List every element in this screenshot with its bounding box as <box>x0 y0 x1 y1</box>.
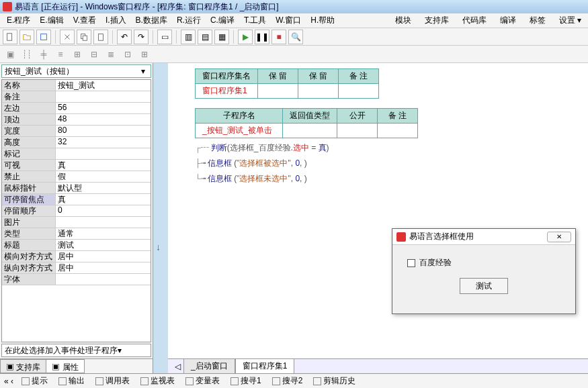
prop-row[interactable]: 可视真 <box>2 160 151 171</box>
prop-row[interactable]: 字体 <box>2 274 151 285</box>
prop-row[interactable]: 类型通常 <box>2 228 151 240</box>
prop-val[interactable]: 通常 <box>56 228 151 239</box>
checkbox-baidu[interactable]: 百度经验 <box>407 257 560 269</box>
save-icon[interactable] <box>36 30 51 44</box>
prop-row[interactable]: 鼠标指针默认型 <box>2 183 151 194</box>
code-editor[interactable]: 窗口程序集名保 留保 留备 注 窗口程序集1 子程序名返回值类型公开备 注 _按… <box>168 63 588 373</box>
stop-icon[interactable]: ■ <box>271 30 286 44</box>
prop-row[interactable]: 左边56 <box>2 103 151 114</box>
prop-val[interactable]: 居中 <box>56 262 151 273</box>
redo-icon[interactable]: ↷ <box>134 30 149 44</box>
split-h-icon[interactable]: ▥ <box>181 30 196 44</box>
menu-window[interactable]: W.窗口 <box>271 13 305 28</box>
prop-row[interactable]: 备注 <box>2 91 151 103</box>
sb-calltable[interactable]: 调用表 <box>93 375 132 387</box>
event-combo[interactable]: 在此处选择加入事件处理子程序 ▾ <box>1 344 151 357</box>
tab-startup[interactable]: _启动窗口 <box>183 358 235 373</box>
prop-val[interactable]: 按钮_测试 <box>56 80 151 91</box>
t2-4[interactable]: ≡ <box>53 47 68 62</box>
grid-icon[interactable]: ▦ <box>214 30 229 44</box>
prop-val[interactable] <box>56 148 151 159</box>
tab-assembly1[interactable]: 窗口程序集1 <box>235 358 295 373</box>
undo-icon[interactable]: ↶ <box>117 30 132 44</box>
t2-5[interactable]: ⊞ <box>70 47 85 62</box>
menu-program[interactable]: E.程序 <box>3 13 34 28</box>
sb-search2[interactable]: 搜寻2 <box>269 375 306 387</box>
prop-val[interactable]: 居中 <box>56 251 151 262</box>
object-combo[interactable]: 按钮_测试（按钮） ▾ <box>1 64 151 78</box>
prop-row[interactable]: 宽度80 <box>2 126 151 137</box>
prop-row[interactable]: 可停留焦点真 <box>2 194 151 205</box>
sb-tip[interactable]: 提示 <box>19 375 50 387</box>
pause-icon[interactable]: ❚❚ <box>255 30 269 44</box>
menu-help[interactable]: H.帮助 <box>306 13 339 28</box>
prop-val[interactable] <box>56 274 151 285</box>
select-icon[interactable]: ▭ <box>157 30 172 44</box>
t2-2[interactable]: ┊┊ <box>19 47 34 62</box>
prop-row[interactable]: 高度32 <box>2 137 151 148</box>
menu-support[interactable]: 支持库 <box>421 13 453 28</box>
menu-build[interactable]: 编译 <box>496 13 520 28</box>
menu-tools[interactable]: T.工具 <box>240 13 270 28</box>
copy-icon[interactable] <box>77 30 91 44</box>
property-grid[interactable]: 名称按钮_测试备注左边56顶边48宽度80高度32标记可视真禁止假鼠标指针默认型… <box>1 79 151 342</box>
new-icon[interactable] <box>3 30 17 44</box>
menu-edit[interactable]: E.编辑 <box>36 13 67 28</box>
menu-module[interactable]: 模块 <box>391 13 415 28</box>
sb-clip[interactable]: 剪辑历史 <box>310 375 358 387</box>
dialog-titlebar[interactable]: 易语言选择框使用 ✕ <box>392 229 575 245</box>
t2-6[interactable]: ⊟ <box>87 47 101 62</box>
prop-val[interactable]: 80 <box>56 126 151 136</box>
t2-7[interactable]: ≣ <box>103 47 118 62</box>
paste-icon[interactable] <box>93 30 108 44</box>
menu-view[interactable]: V.查看 <box>69 13 100 28</box>
prop-row[interactable]: 图片 <box>2 217 151 228</box>
menu-compile[interactable]: C.编译 <box>206 13 239 28</box>
prop-row[interactable]: 禁止假 <box>2 171 151 183</box>
sb-watch[interactable]: 监视表 <box>138 375 177 387</box>
menu-settings[interactable]: 设置 ▾ <box>555 13 585 28</box>
tabs-left-icon[interactable]: ◁ <box>172 362 183 371</box>
close-icon[interactable]: ✕ <box>547 232 571 242</box>
sb-nav-left[interactable]: « ‹ <box>4 377 13 386</box>
prop-row[interactable]: 标题测试 <box>2 240 151 251</box>
prop-row[interactable]: 纵向对齐方式居中 <box>2 262 151 274</box>
find-icon[interactable]: 🔍 <box>288 30 303 44</box>
prop-val[interactable]: 真 <box>56 160 151 171</box>
prop-val[interactable]: 0 <box>56 205 151 216</box>
t2-9[interactable]: ⊞ <box>137 47 152 62</box>
menu-insert[interactable]: I.插入 <box>101 13 130 28</box>
prop-val[interactable]: 真 <box>56 194 151 205</box>
prop-val[interactable]: 48 <box>56 114 151 125</box>
sb-output[interactable]: 输出 <box>56 375 87 387</box>
open-icon[interactable] <box>19 30 34 44</box>
t2-1[interactable]: ▣ <box>3 47 17 62</box>
prop-val[interactable]: 56 <box>56 103 151 113</box>
prop-row[interactable]: 顶边48 <box>2 114 151 126</box>
prop-key: 可停留焦点 <box>2 194 56 205</box>
run-icon[interactable]: ▶ <box>238 30 253 44</box>
prop-row[interactable]: 横向对齐方式居中 <box>2 251 151 262</box>
prop-val[interactable]: 假 <box>56 171 151 182</box>
prop-row[interactable]: 停留顺序0 <box>2 205 151 217</box>
menu-run[interactable]: R.运行 <box>173 13 205 28</box>
prop-val[interactable]: 32 <box>56 137 151 148</box>
menu-tags[interactable]: 标签 <box>526 13 550 28</box>
sb-vars[interactable]: 变量表 <box>183 375 222 387</box>
menu-codelib[interactable]: 代码库 <box>458 13 491 28</box>
cut-icon[interactable] <box>60 30 75 44</box>
test-button[interactable]: 测试 <box>460 278 508 294</box>
menu-database[interactable]: B.数据库 <box>132 13 171 28</box>
prop-val[interactable] <box>56 91 151 102</box>
tab-properties[interactable]: ▣ 属性 <box>46 359 84 373</box>
prop-row[interactable]: 标记 <box>2 148 151 160</box>
prop-val[interactable]: 默认型 <box>56 183 151 193</box>
t2-3[interactable]: ╪ <box>36 47 51 62</box>
prop-val[interactable]: 测试 <box>56 240 151 250</box>
split-v-icon[interactable]: ▤ <box>198 30 212 44</box>
prop-val[interactable] <box>56 217 151 228</box>
sb-search1[interactable]: 搜寻1 <box>228 375 264 387</box>
prop-row[interactable]: 名称按钮_测试 <box>2 80 151 91</box>
t2-8[interactable]: ⊡ <box>120 47 135 62</box>
tab-support[interactable]: ▣ 支持库 <box>0 359 46 373</box>
